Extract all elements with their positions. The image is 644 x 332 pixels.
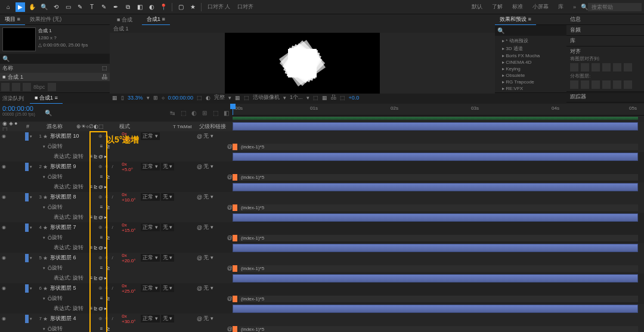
type-tool[interactable]: T [87,2,97,12]
layer-color-label[interactable] [25,254,29,262]
trkmat-dropdown[interactable]: 无 ▾ [161,254,175,262]
pen-group-tool[interactable]: ✎ [75,2,85,12]
stamp-tool[interactable]: ⧉ [123,2,132,12]
pickwhip-icon[interactable]: @ [227,235,233,241]
blend-mode-dropdown[interactable]: 正常 ▾ [141,163,160,170]
timeline-layer-row[interactable]: ◉▾5★形状图层 6⊕☀/0x +20.0°正常 ▾无 ▾@无 ▾ [0,253,233,263]
expr-pickwhip-icon[interactable]: @ [98,154,103,159]
workspace-default[interactable]: 默认 [472,3,482,11]
snap-toggle[interactable]: 口对齐 人 [208,3,230,11]
visibility-toggle[interactable]: ◉ [1,134,7,139]
layer-switches[interactable]: ⊕☀/0x +15.0° [98,222,141,233]
expr-menu-icon[interactable]: ▸ [104,275,107,281]
pickwhip-icon[interactable]: @ [227,265,233,271]
project-item-comp1[interactable]: ■合成 1品 [0,73,110,82]
prop-twirl-icon[interactable]: ▾ [43,144,48,149]
expr-graph-icon[interactable]: ⊵ [105,235,111,240]
expr-lang-icon[interactable]: ⊵ [94,184,98,190]
comp-tab-active[interactable]: 合成1 ≡ [142,14,170,25]
expr-lang-icon[interactable]: ⊵ [94,275,98,281]
prop-twirl-icon[interactable]: ▾ [43,327,48,331]
trkmat-dropdown[interactable]: 无 ▾ [161,193,175,201]
layer-switches[interactable]: ⊕☀/0x +20.0° [98,253,141,263]
comp-camera[interactable]: 活动摄像机 [253,94,280,101]
timeline-property-row[interactable]: ▾Ö 旋转≡⊵@ [0,172,233,182]
expr-toggle-icon[interactable]: ≡ [89,245,93,250]
current-time-indicator[interactable] [233,104,233,115]
effects-category-item[interactable]: ▸ CINEMA 4D [497,59,564,66]
expression-tab[interactable] [233,296,237,302]
expr-graph-icon[interactable]: ⊵ [105,204,111,210]
prop-twirl-icon[interactable]: ▾ [43,266,48,271]
effects-category-item[interactable]: ▸ Keying [497,66,564,72]
layer-twirl-icon[interactable]: ▾ [30,195,35,200]
expr-enable-icon[interactable]: ≡ [98,235,104,240]
tl-tool-1[interactable]: ↹ [168,108,177,117]
comp-zoom[interactable]: 33.3% [128,95,143,101]
layer-switches[interactable]: ⊕☀/0x +25.0° [98,283,141,294]
trkmat-dropdown[interactable]: 无 ▾ [161,163,175,170]
rect-tool[interactable]: ▭ [63,2,73,12]
prop-twirl-icon[interactable]: ▾ [43,205,48,210]
trkmat-dropdown[interactable]: 无 ▾ [161,315,175,322]
expr-menu-icon[interactable]: ▸ [104,306,107,311]
pickwhip-icon[interactable]: @ [197,134,202,139]
col-mode[interactable]: 模式 [117,123,173,131]
expr-enable-icon[interactable]: ≡ [98,265,104,271]
layer-switches[interactable]: ⊕☀/0x +5.0° [98,162,141,172]
expr-lang-icon[interactable]: ⊵ [94,306,98,311]
expr-pickwhip-icon[interactable]: @ [98,275,103,281]
brush-tool[interactable]: ✒ [111,2,120,12]
tl-tool-6[interactable]: ◧ [222,108,230,117]
zoom-tool[interactable]: 🔍 [39,2,49,12]
expr-graph-icon[interactable]: ⊵ [105,326,111,331]
layer-twirl-icon[interactable]: ▾ [30,286,35,291]
expr-pickwhip-icon[interactable]: @ [98,184,103,190]
trkmat-dropdown[interactable]: 无 ▾ [161,224,175,231]
layer-duration-bar[interactable] [233,153,638,161]
timeline-layer-row[interactable]: ◉▾3★形状图层 8⊕☀/0x +10.0°正常 ▾无 ▾@无 ▾ [0,192,233,202]
layer-color-label[interactable] [25,284,29,293]
expression-tab[interactable] [233,326,237,332]
pickwhip-icon[interactable]: @ [197,316,202,322]
layer-duration-bar[interactable] [233,274,638,283]
expression-tab[interactable] [233,144,237,150]
tl-tool-4[interactable]: ⊞ [200,108,209,117]
expr-lang-icon[interactable]: ⊵ [94,154,98,159]
dist-1-btn[interactable] [570,80,578,89]
star-shape-tool[interactable]: ★ [188,2,197,12]
layer-duration-bar[interactable] [233,244,638,252]
preview-panel-title[interactable]: 库 [570,37,640,45]
effects-category-item[interactable]: ▸ Synthetic [497,92,564,92]
expression-tab[interactable] [233,174,237,181]
timeline-layer-row[interactable]: ◉▾6★形状图层 5⊕☀/0x +25.0°正常 ▾无 ▾@无 ▾ [0,283,233,293]
layer-switches[interactable]: ⊕☀/0x +10.0° [98,192,141,203]
pickwhip-icon[interactable]: @ [197,225,202,231]
expr-lang-icon[interactable]: ⊵ [94,215,98,220]
workspace-lib[interactable]: 库 [558,3,564,11]
dist-5-btn[interactable] [613,80,621,89]
effect-controls-tab[interactable]: 效果控件 (无) [25,14,67,24]
parent-dropdown[interactable]: 无 ▾ [203,315,213,322]
parent-dropdown[interactable]: 无 ▾ [203,284,213,292]
dist-3-btn[interactable] [592,80,600,89]
dist-6-btn[interactable] [624,80,632,89]
expression-text-field[interactable]: (index-1)*5 [239,204,638,211]
expression-text-field[interactable]: (index-1)*5 [239,174,638,181]
expr-lang-icon[interactable]: ⊵ [94,245,98,250]
align-top-btn[interactable] [602,63,611,72]
workspace-more[interactable]: » [573,4,576,10]
parent-dropdown[interactable]: 无 ▾ [203,132,213,140]
col-switches[interactable]: ⊕☀⟐∅◐⬚ [74,123,117,129]
expr-enable-icon[interactable]: ≡ [98,174,104,179]
pickwhip-icon[interactable]: @ [227,144,233,150]
layer-color-label[interactable] [25,315,29,323]
project-col-toggle[interactable]: ⬚ [102,65,107,71]
timeline-property-row[interactable]: ▾Ö 旋转≡⊵@ [0,202,233,212]
layer-color-label[interactable] [25,163,29,171]
comp-offset[interactable]: +0.0 [349,95,360,101]
timeline-property-row[interactable]: ▾Ö 旋转≡⊵@ [0,232,233,243]
layer-name[interactable]: 形状图层 5 [49,284,98,292]
project-col-name[interactable]: 名称 [2,64,13,72]
expression-tab[interactable] [233,265,237,272]
